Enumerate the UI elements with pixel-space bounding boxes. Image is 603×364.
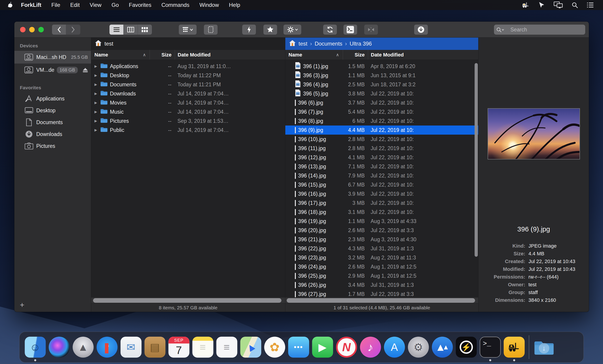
file-row[interactable]: 396 (24).jpg 2.6 MB Aug 1, 2019 at 12:5 — [285, 262, 478, 271]
dock-item-safari[interactable]: ◆ — [95, 332, 119, 362]
image-preview[interactable] — [487, 108, 580, 159]
transfers-download-button[interactable] — [414, 25, 428, 35]
disclosure-triangle-icon[interactable]: ▶ — [93, 128, 98, 132]
spotlight-search-icon[interactable] — [571, 2, 578, 8]
activities-button[interactable] — [242, 25, 256, 35]
sidebar-item-downloads[interactable]: Downloads — [14, 128, 91, 140]
dock-item-launchpad[interactable]: ▲ — [71, 332, 95, 362]
left-horizontal-scrollbar[interactable] — [91, 297, 285, 303]
file-row[interactable]: 396 (14).jpg 7.9 MB Jul 22, 2019 at 10: — [285, 171, 478, 180]
dock-item-finder[interactable]: ☺ — [23, 332, 47, 362]
group-by-button[interactable] — [179, 25, 197, 35]
sidebar-item-vmders[interactable]: VM...ders 168 GB — [14, 64, 91, 76]
disclosure-triangle-icon[interactable]: ▶ — [93, 64, 98, 68]
file-row[interactable]: 396 (25).jpg 2.9 MB Aug 1, 2019 at 12:5 — [285, 271, 478, 280]
menu-item-help[interactable]: Help — [224, 0, 245, 10]
file-row[interactable]: 396 (20).jpg 2.6 MB Jul 22, 2019 at 3:3 — [285, 226, 478, 235]
dock-item-news[interactable]: N — [335, 332, 359, 362]
pointer-menu-icon[interactable] — [538, 2, 545, 8]
file-row[interactable]: 396 (9).jpg 4.4 MB Jul 22, 2019 at 10: — [285, 125, 478, 135]
dock-item-mail[interactable]: ✉ — [119, 332, 143, 362]
file-row[interactable]: 396 (27).jpg 1.7 MB Jul 22, 2019 at 3:3 — [285, 289, 478, 297]
minimize-button[interactable] — [29, 27, 35, 32]
file-row[interactable]: ▶Desktop -- Today at 11:22 PM — [91, 71, 285, 80]
close-button[interactable] — [20, 27, 25, 32]
menu-item-commands[interactable]: Commands — [156, 0, 195, 10]
eject-icon[interactable] — [83, 68, 88, 72]
file-row[interactable]: 396 (12).jpg 4.1 MB Jul 22, 2019 at 10: — [285, 153, 478, 162]
column-size[interactable]: Size — [150, 50, 175, 60]
search-input[interactable] — [494, 25, 585, 35]
dock-item-facetime[interactable]: ▶ — [311, 332, 335, 362]
file-row[interactable]: 396 (26).jpg 3.4 MB Jul 31, 2019 at 1:3 — [285, 280, 478, 289]
dock-item-calendar[interactable]: SEP7 — [167, 332, 191, 362]
right-path-bar[interactable]: test›Documents›Ultra 396 — [285, 38, 478, 50]
sync-button[interactable] — [323, 25, 337, 35]
file-row[interactable]: ▶Movies -- Jul 14, 2019 at 7:04… — [91, 98, 285, 107]
list-view-button[interactable] — [109, 25, 124, 35]
dock-item-parallels-client[interactable]: ⚡ — [454, 332, 478, 362]
icon-view-button[interactable] — [138, 25, 152, 35]
terminal-button[interactable] — [343, 25, 357, 35]
right-vertical-scrollbar[interactable] — [475, 63, 478, 257]
left-path-bar[interactable]: test — [91, 38, 285, 50]
sidebar-item-macishhd[interactable]: Maci...sh HD 25.5 GB — [14, 51, 91, 64]
displays-menu-icon[interactable] — [554, 2, 563, 8]
breadcrumb-item[interactable]: test — [299, 41, 307, 47]
menu-item-edit[interactable]: Edit — [65, 0, 85, 10]
select-button[interactable] — [204, 25, 218, 35]
forward-button[interactable] — [66, 25, 80, 35]
dock-item-trash[interactable] — [556, 332, 580, 362]
dock-item-appstore[interactable]: A — [383, 332, 406, 362]
menu-item-file[interactable]: File — [46, 0, 65, 10]
file-row[interactable]: 396 (21).jpg 2.3 MB Aug 3, 2019 at 4:30 — [285, 235, 478, 244]
dock-item-photos[interactable]: ✿ — [263, 332, 287, 362]
menu-item-favorites[interactable]: Favorites — [124, 0, 156, 10]
file-row[interactable]: ▶Documents -- Today at 11:21 PM — [91, 80, 285, 89]
dock-item-system-preferences[interactable]: ⚙ — [406, 332, 430, 362]
menu-item-window[interactable]: Window — [194, 0, 224, 10]
menu-item-go[interactable]: Go — [106, 0, 124, 10]
right-horizontal-scrollbar[interactable] — [285, 297, 478, 303]
dock-item-siri[interactable] — [47, 332, 71, 362]
column-date-modified[interactable]: Date Modified — [175, 50, 285, 60]
breadcrumb-item[interactable]: Documents — [315, 41, 342, 47]
file-row[interactable]: 396 (17).jpg 3 MB Jul 22, 2019 at 10: — [285, 199, 478, 208]
file-row[interactable]: ▶Applications -- Aug 31, 2019 at 11:0… — [91, 62, 285, 71]
disclosure-triangle-icon[interactable]: ▶ — [93, 82, 98, 87]
dock-item-maps[interactable]: ▲ — [239, 332, 263, 362]
dock-item-forklift[interactable] — [502, 332, 526, 362]
disclosure-triangle-icon[interactable]: ▶ — [93, 73, 98, 77]
dock-item-notes[interactable]: ≡ — [191, 332, 215, 362]
file-row[interactable]: 396 (1).jpg 1.5 MB Apr 8, 2019 at 6:20 — [285, 62, 478, 71]
column-name[interactable]: Name ∧ — [285, 52, 343, 58]
file-row[interactable]: 396 (4).jpg 2.5 MB Jun 18, 2017 at 3:2 — [285, 80, 478, 89]
breadcrumb-item[interactable]: Ultra 396 — [350, 41, 372, 47]
file-row[interactable]: 396 (5).jpg 3.8 MB Jul 22, 2019 at 10: — [285, 89, 478, 98]
add-favorite-button[interactable]: + — [18, 301, 26, 309]
file-row[interactable]: 396 (10).jpg 2.8 MB Jul 22, 2019 at 10: — [285, 135, 478, 144]
file-row[interactable]: 396 (23).jpg 3.2 MB Aug 2, 2019 at 11:3 — [285, 253, 478, 262]
zoom-button[interactable] — [38, 27, 44, 32]
dock-item-downloads[interactable]: ↓ — [532, 332, 556, 362]
file-row[interactable]: ▶Music -- Jul 14, 2019 at 7:04… — [91, 107, 285, 116]
column-size[interactable]: Size — [343, 50, 368, 60]
file-row[interactable]: ▶Downloads -- Jul 14, 2019 at 7:04… — [91, 89, 285, 98]
scrollbar-thumb[interactable] — [93, 298, 281, 303]
file-row[interactable]: 396 (11).jpg 2.8 MB Jul 22, 2019 at 10: — [285, 144, 478, 153]
sidebar-item-pictures[interactable]: Pictures — [14, 140, 91, 152]
dock-item-reminders[interactable]: ≡ — [215, 332, 239, 362]
back-button[interactable] — [52, 25, 66, 35]
scrollbar-thumb[interactable] — [287, 298, 475, 303]
file-row[interactable]: 396 (6).jpg 3.7 MB Jul 22, 2019 at 10: — [285, 98, 478, 107]
dock-item-parallels-access[interactable]: ▲▲ — [430, 332, 454, 362]
dock-item-itunes[interactable]: ♪ — [359, 332, 383, 362]
menu-item-forklift[interactable]: ForkLift — [16, 0, 46, 10]
column-view-button[interactable] — [124, 25, 138, 35]
file-row[interactable]: ▶Public -- Jul 14, 2019 at 7:04… — [91, 125, 285, 135]
file-row[interactable]: 396 (3).jpg 1.1 MB Jun 13, 2015 at 9:1 — [285, 71, 478, 80]
column-date-modified[interactable]: Date Modified — [368, 50, 478, 60]
disclosure-triangle-icon[interactable]: ▶ — [93, 119, 98, 123]
sidebar-item-applications[interactable]: Applications — [14, 93, 91, 105]
disclosure-triangle-icon[interactable]: ▶ — [93, 110, 98, 114]
